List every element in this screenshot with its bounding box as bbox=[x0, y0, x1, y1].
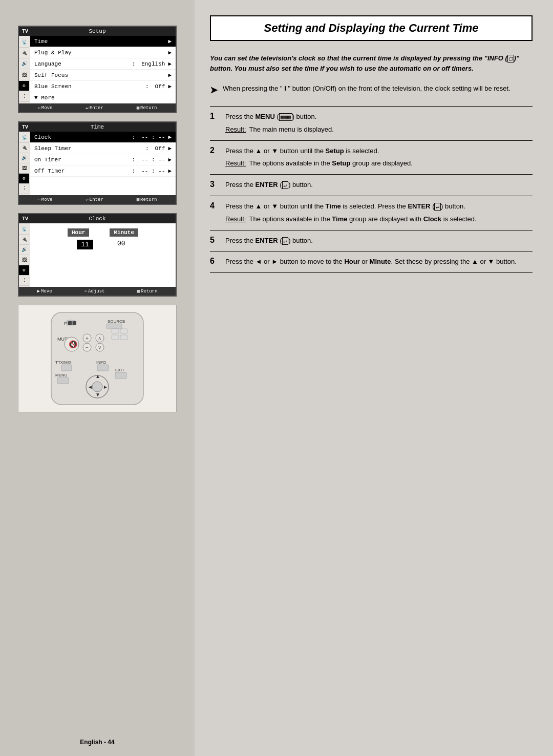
offtimer-label: Off Timer bbox=[34, 168, 129, 174]
clock-arrow: ▶ bbox=[168, 134, 172, 140]
svg-text:+: + bbox=[86, 335, 89, 341]
svg-rect-18 bbox=[120, 329, 127, 333]
ontimer-colon: : bbox=[132, 157, 136, 163]
time-label: Time bbox=[34, 38, 168, 45]
clock-display-area: Hour Minute 11 00 bbox=[30, 223, 176, 287]
time-menu-screen: TV Time 📡 🔌 🔊 🖼 ⚙ ⋮ Clock : -- : -- bbox=[18, 121, 177, 205]
note-text: When pressing the " I " button (On/Off) … bbox=[223, 83, 511, 94]
time-move-icon: ⇦ bbox=[37, 197, 40, 202]
bluescreen-label: Blue Screen bbox=[34, 83, 142, 90]
right-panel: Setting and Displaying the Current Time … bbox=[195, 0, 553, 756]
step-3-number: 3 bbox=[210, 180, 220, 189]
svg-rect-22 bbox=[61, 365, 72, 371]
svg-text:∨: ∨ bbox=[98, 345, 101, 350]
time-footer-enter: ↵ Enter bbox=[86, 197, 103, 202]
left-panel: TV Setup 📡 🔌 🔊 🖼 ⚙ ⋮ Time ▶ bbox=[0, 0, 195, 756]
bluescreen-arrow: ▶ bbox=[168, 83, 172, 90]
setup-footer: ⇦ Move ↵ Enter ▦ Return bbox=[19, 103, 176, 112]
time-footer: ⇦ Move ↵ Enter ▦ Return bbox=[19, 195, 176, 204]
page-footer: English - 44 bbox=[80, 728, 114, 746]
step-5: 5 Press the ENTER (↵) button. bbox=[210, 230, 533, 252]
time-icon-picture: 🖼 bbox=[19, 163, 29, 174]
svg-text:▲: ▲ bbox=[95, 373, 100, 379]
time-icon-plugin: 🔌 bbox=[19, 143, 29, 153]
svg-rect-20 bbox=[120, 335, 127, 340]
step-1: 1 Press the MENU (▦▦▦) button. Result: T… bbox=[210, 107, 533, 141]
clock-adjust-icon: ⇦ bbox=[84, 288, 87, 294]
time-row-ontimer: On Timer : -- : -- ▶ bbox=[30, 154, 176, 165]
time-icon-sound: 🔊 bbox=[19, 153, 29, 163]
clock-icon-sound: 🔊 bbox=[19, 245, 29, 255]
time-row-sleep: Sleep Timer : Off ▶ bbox=[30, 143, 176, 154]
ontimer-arrow: ▶ bbox=[168, 156, 172, 163]
sleep-label: Sleep Timer bbox=[34, 145, 142, 152]
clock-side-icons: 📡 🔌 🔊 🖼 ⚙ ⋮ bbox=[19, 223, 30, 287]
clock-icon-signal: 📡 bbox=[19, 224, 29, 235]
hour-value: 11 bbox=[77, 240, 93, 249]
time-enter-icon: ↵ bbox=[86, 197, 88, 202]
footer-enter: ↵ Enter bbox=[86, 105, 103, 111]
more-label: ▼ More bbox=[34, 95, 172, 101]
setup-row-more: ▼ More bbox=[30, 92, 176, 103]
clock-icon-more: ⋮ bbox=[19, 276, 29, 286]
svg-text:INFO: INFO bbox=[96, 360, 106, 365]
step-4-instruction: Press the ▲ or ▼ button until the Time i… bbox=[225, 201, 533, 212]
time-return-icon: ▦ bbox=[137, 197, 139, 202]
setup-row-plugplay: Plug & Play ▶ bbox=[30, 47, 176, 58]
step-5-content: Press the ENTER (↵) button. bbox=[225, 236, 533, 246]
svg-text:⬛⬛: ⬛⬛ bbox=[68, 321, 77, 325]
step-2-content: Press the ▲ or ▼ button until the Setup … bbox=[225, 146, 533, 170]
svg-rect-24 bbox=[57, 377, 69, 384]
svg-rect-19 bbox=[112, 335, 119, 340]
footer-return: ▦ Return bbox=[137, 105, 157, 111]
plugplay-label: Plug & Play bbox=[34, 50, 168, 56]
step-2-result-label: Result: bbox=[225, 158, 246, 169]
svg-text:◄: ◄ bbox=[88, 384, 93, 390]
icon-plugin: 🔌 bbox=[19, 48, 29, 58]
page-title: Setting and Displaying the Current Time bbox=[221, 22, 521, 35]
remote-control-image: P ⬛⬛ SOURCE MUTE 🔇 + − ∧ bbox=[18, 305, 177, 412]
setup-side-icons: 📡 🔌 🔊 🖼 ⚙ ⋮ bbox=[19, 36, 30, 103]
icon-signal: 📡 bbox=[19, 37, 29, 48]
setup-row-time: Time ▶ bbox=[30, 36, 176, 47]
svg-text:TTX/MIX: TTX/MIX bbox=[55, 360, 72, 365]
time-footer-move: ⇦ Move bbox=[37, 197, 52, 202]
note-arrow-icon: ➤ bbox=[210, 85, 218, 96]
step-6-instruction: Press the ◄ or ► button to move to the H… bbox=[225, 257, 533, 267]
step-2: 2 Press the ▲ or ▼ button until the Setu… bbox=[210, 141, 533, 175]
offtimer-value: -- : -- bbox=[141, 168, 165, 174]
sleep-colon: : bbox=[145, 145, 149, 152]
clock-menu-title: Clock bbox=[89, 216, 105, 222]
svg-rect-26 bbox=[97, 365, 109, 371]
setup-row-language: Language : English ▶ bbox=[30, 58, 176, 70]
minute-value: 00 bbox=[114, 240, 129, 249]
time-icon-setup: ⚙ bbox=[19, 174, 29, 184]
step-4-content: Press the ▲ or ▼ button until the Time i… bbox=[225, 201, 533, 225]
step-4-number: 4 bbox=[210, 201, 220, 211]
time-row-offtimer: Off Timer : -- : -- ▶ bbox=[30, 165, 176, 177]
time-footer-return: ▦ Return bbox=[137, 197, 157, 202]
step-1-content: Press the MENU (▦▦▦) button. Result: The… bbox=[225, 112, 533, 135]
step-2-result: Result: The options available in the Set… bbox=[225, 158, 533, 169]
clock-screen: TV Clock 📡 🔌 🔊 🖼 ⚙ ⋮ Hour Minute bbox=[18, 213, 177, 297]
move-icon: ⇦ bbox=[37, 105, 40, 111]
clock-label: Clock bbox=[34, 134, 129, 140]
step-4: 4 Press the ▲ or ▼ button until the Time… bbox=[210, 196, 533, 230]
plugplay-arrow: ▶ bbox=[168, 49, 172, 56]
clock-column-values: 11 00 bbox=[77, 240, 129, 249]
clock-footer-move: ▶ Move bbox=[37, 288, 52, 294]
language-label: Language bbox=[34, 61, 129, 67]
icon-more: ⋮ bbox=[19, 92, 29, 102]
intro-text: You can set the television's clock so th… bbox=[210, 53, 533, 73]
clock-return-icon: ▦ bbox=[137, 288, 140, 294]
time-tv-label: TV bbox=[22, 124, 28, 130]
time-screen-header: TV Time bbox=[19, 122, 176, 132]
bluescreen-value: Off bbox=[155, 83, 165, 90]
clock-footer-adjust: ⇦ Adjust bbox=[84, 288, 105, 294]
bluescreen-colon: : bbox=[145, 83, 149, 90]
setup-rows: Time ▶ Plug & Play ▶ Language : English … bbox=[30, 36, 176, 103]
clock-body: 📡 🔌 🔊 🖼 ⚙ ⋮ Hour Minute 11 bbox=[19, 223, 176, 287]
svg-rect-17 bbox=[112, 329, 119, 333]
setup-menu-title: Setup bbox=[89, 28, 105, 34]
step-4-result-label: Result: bbox=[225, 214, 246, 225]
